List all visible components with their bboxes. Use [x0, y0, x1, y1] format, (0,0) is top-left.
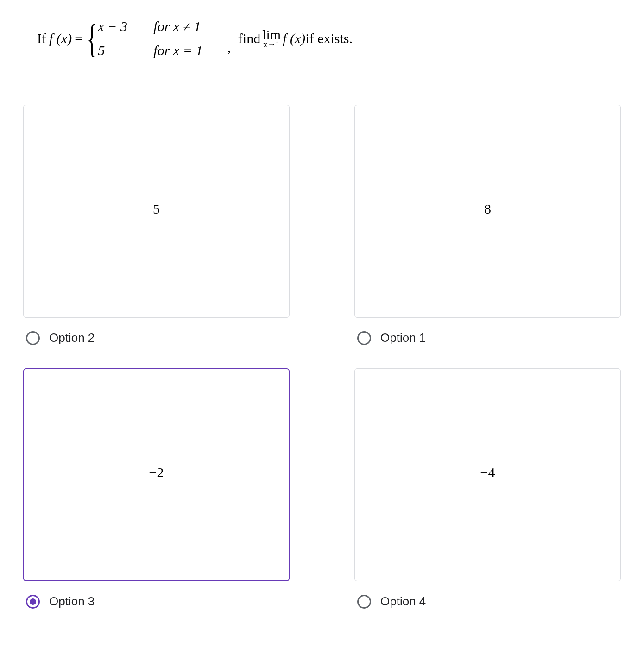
radio-icon-selected[interactable] — [26, 595, 40, 609]
option-label: Option 2 — [49, 331, 95, 345]
question-fx: f (x) — [49, 31, 72, 46]
option-value: −2 — [149, 465, 164, 480]
question-ifexists: if exists. — [305, 31, 353, 46]
option-2[interactable]: 5 Option 2 — [23, 105, 290, 345]
option-radio-row[interactable]: Option 3 — [23, 594, 290, 609]
option-label: Option 3 — [49, 594, 95, 609]
option-radio-row[interactable]: Option 4 — [354, 594, 621, 609]
option-value: −4 — [480, 465, 495, 480]
option-label: Option 4 — [380, 594, 426, 609]
question-find: find — [238, 31, 260, 46]
option-card-selected[interactable]: −2 — [23, 368, 290, 581]
radio-icon[interactable] — [26, 331, 40, 345]
option-card[interactable]: −4 — [354, 368, 621, 581]
option-radio-row[interactable]: Option 1 — [354, 331, 621, 345]
limit-text: lim — [262, 28, 281, 41]
option-3[interactable]: −2 Option 3 — [23, 368, 290, 609]
option-card[interactable]: 5 — [23, 105, 290, 318]
limit-fx: f (x) — [283, 31, 305, 46]
option-1[interactable]: 8 Option 1 — [354, 105, 621, 345]
piecewise-conditions: for x ≠ 1 for x = 1 — [153, 19, 223, 58]
limit-sub: x→1 — [263, 41, 280, 48]
piece1-expr: x − 3 — [98, 19, 149, 34]
piece1-cond: for x ≠ 1 — [153, 19, 223, 34]
option-4[interactable]: −4 Option 4 — [354, 368, 621, 609]
option-label: Option 1 — [380, 331, 426, 345]
piece2-cond: for x = 1 — [153, 43, 223, 58]
question-eq: = — [75, 31, 82, 46]
option-radio-row[interactable]: Option 2 — [23, 331, 290, 345]
question-if: If — [37, 31, 46, 46]
option-value: 8 — [484, 201, 491, 217]
radio-icon[interactable] — [357, 331, 371, 345]
option-card[interactable]: 8 — [354, 105, 621, 318]
question-prompt: If f (x) = { x − 3 5 for x ≠ 1 for x = 1… — [37, 19, 625, 58]
option-value: 5 — [153, 201, 160, 217]
radio-icon[interactable] — [357, 595, 371, 609]
limit-notation: lim x→1 — [262, 28, 281, 48]
question-comma: , — [227, 42, 231, 58]
brace-icon: { — [87, 25, 97, 52]
options-grid: 5 Option 2 8 Option 1 −2 Option 3 −4 Op — [19, 105, 625, 609]
piece2-expr: 5 — [98, 43, 149, 58]
piecewise-values: x − 3 5 — [98, 19, 149, 58]
